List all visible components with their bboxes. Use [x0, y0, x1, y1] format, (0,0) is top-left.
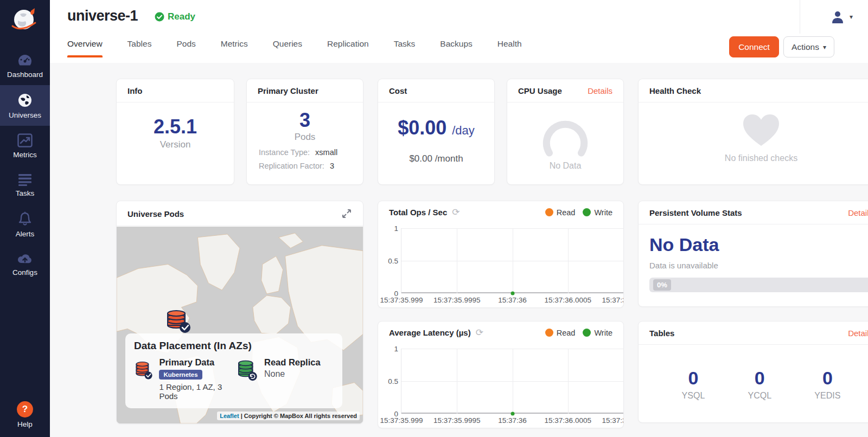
read-replica-db-icon — [236, 357, 259, 382]
chart-legend: ReadWrite — [545, 329, 612, 337]
tab-health[interactable]: Health — [497, 39, 522, 57]
avg-latency-title: Average Latency (µs) — [389, 328, 471, 337]
tab-tables[interactable]: Tables — [127, 39, 152, 57]
sidebar-item-metrics[interactable]: Metrics — [0, 126, 50, 165]
world-map[interactable]: Data Placement (In AZs) — [117, 227, 363, 423]
legend-dot-icon — [545, 208, 553, 216]
sidebar-item-universes[interactable]: Universes — [0, 85, 50, 126]
legend-write[interactable]: Write — [583, 329, 612, 337]
gridline — [513, 349, 513, 414]
tab-tasks[interactable]: Tasks — [394, 39, 416, 57]
health-no-checks-text: No finished checks — [725, 153, 797, 163]
legend-write[interactable]: Write — [583, 208, 612, 217]
legend-label: Write — [594, 208, 612, 217]
x-axis-tick: 15:37:35.999 — [380, 416, 423, 425]
instance-type-value: xsmall — [315, 148, 337, 157]
cpu-no-data-text: No Data — [550, 161, 582, 171]
tab-overview[interactable]: Overview — [67, 39, 103, 57]
y-axis-tick: 1 — [394, 345, 401, 353]
volume-details-link[interactable]: Details — [848, 208, 868, 217]
sidebar-item-alerts[interactable]: Alerts — [0, 204, 50, 245]
tables-details-link[interactable]: Details — [848, 329, 868, 338]
actions-button[interactable]: Actions ▾ — [783, 36, 834, 57]
kubernetes-badge: Kubernetes — [159, 370, 202, 380]
legend-read[interactable]: Read — [545, 329, 576, 337]
tab-queries[interactable]: Queries — [273, 39, 302, 57]
bell-icon — [18, 211, 32, 227]
table-count-label: YEDIS — [814, 391, 840, 401]
info-card: Info 2.5.1 Version — [116, 79, 234, 185]
write-data-point — [510, 292, 514, 295]
x-axis-tick: 15:37:35.9995 — [433, 296, 480, 304]
help-icon: ? — [17, 401, 33, 417]
globe-icon — [17, 93, 33, 108]
sidebar-item-label: Alerts — [16, 230, 35, 238]
primary-cluster-card: Primary Cluster 3 Pods Instance Type: xs… — [246, 79, 363, 185]
tab-metrics[interactable]: Metrics — [221, 39, 248, 57]
read-replica-label: Read Replica — [264, 357, 321, 368]
expand-icon[interactable] — [341, 208, 352, 219]
refresh-icon[interactable]: ⟳ — [452, 208, 459, 217]
heart-icon — [742, 113, 780, 148]
table-count-yedis: 0YEDIS — [814, 368, 840, 401]
x-axis-tick: 15:37:36.001 — [602, 416, 624, 425]
version-value: 2.5.1 — [154, 115, 197, 138]
refresh-icon[interactable]: ⟳ — [476, 328, 483, 337]
connect-button[interactable]: Connect — [729, 36, 779, 57]
sidebar-item-help[interactable]: ? Help — [0, 395, 50, 437]
persistent-volume-card: Persistent Volume Stats Details No Data … — [638, 201, 868, 307]
table-count-label: YSQL — [682, 391, 705, 401]
legend-label: Read — [557, 208, 576, 217]
volume-progress-value: 0% — [653, 279, 671, 291]
sidebar-item-label: Metrics — [13, 151, 37, 159]
sidebar-item-label: Tasks — [16, 189, 35, 197]
sidebar-item-tasks[interactable]: Tasks — [0, 165, 50, 204]
health-check-card: Health Check No finished checks — [638, 79, 868, 185]
version-label: Version — [160, 139, 191, 150]
universe-overview-page: DashboardUniversesMetricsTasksAlertsConf… — [0, 0, 868, 437]
primary-cluster-title: Primary Cluster — [258, 86, 318, 95]
x-axis-tick: 15:37:36 — [498, 416, 527, 425]
cost-card-title: Cost — [389, 86, 407, 95]
user-avatar-icon — [831, 10, 845, 24]
primary-data-map-marker[interactable] — [164, 307, 193, 335]
cost-per-day-unit: /day — [452, 124, 475, 138]
tab-backups[interactable]: Backups — [440, 39, 472, 57]
app-logo[interactable] — [0, 0, 50, 46]
main-content: Info 2.5.1 Version Primary Cluster 3 Pod… — [50, 63, 868, 437]
gridline — [457, 349, 457, 414]
primary-data-info: 1 Region, 1 AZ, 3 Pods — [159, 382, 232, 401]
leaflet-link[interactable]: Leaflet — [220, 413, 239, 419]
sidebar-item-dashboard[interactable]: Dashboard — [0, 46, 50, 85]
status-text: Ready — [168, 11, 195, 22]
list-icon — [17, 173, 33, 186]
tab-pods[interactable]: Pods — [176, 39, 195, 57]
user-menu[interactable]: ▾ — [831, 10, 853, 24]
cpu-details-link[interactable]: Details — [588, 86, 612, 95]
x-axis-tick: 15:37:36.0005 — [545, 296, 591, 304]
x-axis-tick: 15:37:36 — [498, 296, 527, 304]
cost-card: Cost $0.00 /day $0.00 /month — [378, 79, 495, 185]
tab-replication[interactable]: Replication — [327, 39, 369, 57]
cost-per-day-value: $0.00 — [398, 117, 446, 139]
legend-read[interactable]: Read — [545, 208, 576, 217]
tables-title: Tables — [649, 329, 674, 338]
gauge-icon — [17, 53, 33, 67]
gridline — [457, 228, 457, 293]
universe-pods-title: Universe Pods — [127, 209, 184, 218]
sidebar-help-label: Help — [17, 420, 33, 428]
gauge-icon — [535, 114, 595, 157]
cost-per-month: $0.00 /month — [409, 153, 463, 164]
total-ops-title: Total Ops / Sec — [389, 208, 447, 217]
cpu-usage-card: CPU Usage Details No Data — [507, 79, 624, 185]
legend-dot-icon — [545, 329, 553, 337]
sidebar-item-configs[interactable]: Configs — [0, 245, 50, 283]
legend-dot-icon — [583, 208, 591, 216]
sidebar-item-label: Configs — [12, 268, 37, 277]
topbar-divider — [800, 0, 800, 34]
avg-latency-plot: 10.5015:37:35.99915:37:35.999515:37:3615… — [378, 346, 623, 428]
pods-count: 3 — [299, 109, 310, 132]
universe-pods-card: Universe Pods — [116, 201, 363, 424]
cpu-usage-title: CPU Usage — [518, 86, 562, 95]
cloud-upload-icon — [17, 252, 33, 265]
